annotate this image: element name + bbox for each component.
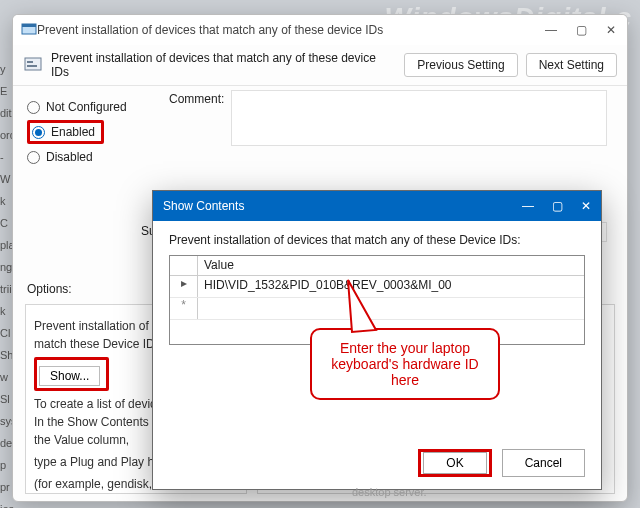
annotation-callout: Enter the your laptop keyboard's hardwar… (310, 328, 500, 400)
svg-rect-2 (25, 58, 41, 70)
policy-icon (23, 55, 43, 75)
svg-rect-1 (22, 24, 36, 27)
show-button[interactable]: Show... (39, 366, 100, 386)
ok-button[interactable]: OK (423, 452, 486, 474)
grid-cell-empty[interactable] (198, 298, 584, 319)
svg-rect-4 (27, 65, 37, 67)
show-button-highlight: Show... (34, 357, 109, 391)
grid-row-1[interactable]: ▸ HID\VID_1532&PID_010B&REV_0003&MI_00 (170, 276, 584, 298)
window-icon (21, 21, 37, 40)
policy-subtitle: Prevent installation of devices that mat… (51, 51, 396, 79)
options-label: Options: (27, 282, 72, 296)
svg-rect-3 (27, 61, 33, 63)
modal-description: Prevent installation of devices that mat… (169, 233, 585, 247)
next-setting-button[interactable]: Next Setting (526, 53, 617, 77)
ok-button-highlight: OK (418, 449, 491, 477)
background-text-fragment: desktop server. (352, 486, 427, 498)
grid-cell-value[interactable]: HID\VID_1532&PID_010B&REV_0003&MI_00 (198, 276, 584, 297)
comment-textarea[interactable] (231, 90, 607, 146)
modal-title: Show Contents (163, 199, 522, 213)
modal-titlebar: Show Contents — ▢ ✕ (153, 191, 601, 221)
window-title: Prevent installation of devices that mat… (37, 23, 543, 37)
radio-label: Not Configured (46, 100, 127, 114)
minimize-icon[interactable]: — (543, 23, 559, 37)
grid-header: Value (170, 256, 584, 276)
radio-enabled[interactable]: Enabled (32, 125, 95, 139)
radio-label: Enabled (51, 125, 95, 139)
enabled-highlight: Enabled (27, 120, 104, 144)
modal-button-row: OK Cancel (418, 449, 585, 477)
maximize-icon[interactable]: ▢ (573, 23, 589, 37)
radio-label: Disabled (46, 150, 93, 164)
radio-disabled[interactable]: Disabled (27, 150, 613, 164)
cancel-button[interactable]: Cancel (502, 449, 585, 477)
grid-column-header: Value (198, 256, 584, 275)
comment-label: Comment: (169, 92, 224, 106)
outer-titlebar: Prevent installation of devices that mat… (13, 15, 627, 45)
new-row-icon (170, 298, 198, 319)
previous-setting-button[interactable]: Previous Setting (404, 53, 517, 77)
row-selector-icon: ▸ (170, 276, 198, 297)
close-icon[interactable]: ✕ (603, 23, 619, 37)
toolbar: Prevent installation of devices that mat… (13, 45, 627, 86)
radio-icon (27, 151, 40, 164)
modal-close-icon[interactable]: ✕ (581, 199, 591, 213)
modal-maximize-icon[interactable]: ▢ (552, 199, 563, 213)
modal-minimize-icon[interactable]: — (522, 199, 534, 213)
radio-icon (32, 126, 45, 139)
radio-icon (27, 101, 40, 114)
